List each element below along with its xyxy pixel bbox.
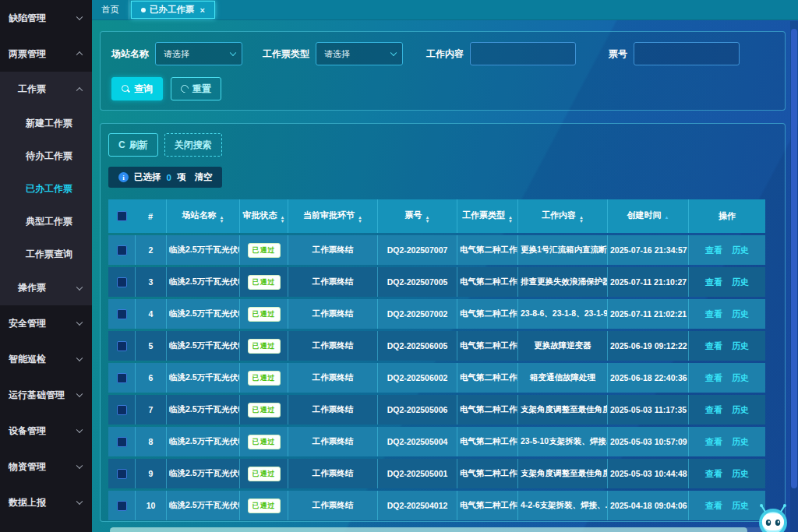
view-link[interactable]: 查看: [705, 309, 722, 319]
row-checkbox[interactable]: [117, 309, 127, 319]
close-search-button[interactable]: 关闭搜索: [164, 133, 222, 157]
row-checkbox[interactable]: [117, 245, 127, 255]
select-all-header: [108, 199, 135, 233]
row-checkbox[interactable]: [117, 437, 127, 447]
history-link[interactable]: 历史: [732, 501, 749, 510]
column-header[interactable]: 创建时间▲▼: [607, 199, 688, 233]
ticket-type-select[interactable]: 请选择: [316, 42, 403, 65]
refresh-button[interactable]: C 刷新: [108, 133, 158, 157]
column-header[interactable]: 场站名称▲▼: [166, 199, 239, 233]
history-link[interactable]: 历史: [732, 373, 749, 382]
sidebar-item[interactable]: 新建工作票: [0, 107, 92, 139]
sidebar-item-label: 典型工作票: [26, 215, 72, 228]
select-all-checkbox[interactable]: [117, 211, 127, 221]
status-cell: 已通过: [239, 395, 288, 425]
sort-arrows-icon[interactable]: ▲▼: [220, 216, 224, 224]
column-header[interactable]: 工作内容▲▼: [517, 199, 607, 233]
station-select-value: 请选择: [164, 48, 189, 60]
sidebar-item[interactable]: 操作票: [0, 270, 92, 305]
sidebar-item-label: 安全管理: [9, 317, 46, 330]
sort-arrows-icon[interactable]: ▲▼: [508, 216, 513, 224]
column-header[interactable]: #▲▼: [135, 199, 166, 233]
status-badge: 已通过: [248, 499, 281, 513]
tab-home-label: 首页: [101, 4, 119, 16]
history-link[interactable]: 历史: [732, 309, 749, 319]
view-link[interactable]: 查看: [705, 501, 722, 510]
column-header[interactable]: 票号▲▼: [377, 199, 457, 233]
view-link[interactable]: 查看: [705, 405, 722, 414]
ticket-no-cell: DQ2-202505001: [377, 459, 457, 488]
history-link[interactable]: 历史: [732, 469, 749, 478]
assistant-robot-button[interactable]: [754, 502, 792, 532]
column-header[interactable]: 操作▲▼: [688, 199, 765, 233]
row-checkbox[interactable]: [117, 405, 127, 415]
index-cell: 4: [135, 299, 166, 329]
view-link[interactable]: 查看: [705, 469, 722, 478]
row-checkbox[interactable]: [117, 277, 127, 287]
sidebar-item[interactable]: 典型工作票: [0, 205, 92, 238]
history-link[interactable]: 历史: [732, 245, 749, 255]
view-link[interactable]: 查看: [705, 437, 722, 446]
horizontal-scrollbar[interactable]: [110, 527, 774, 532]
reset-button[interactable]: 重置: [171, 77, 221, 100]
sidebar-item[interactable]: 工作票查询: [0, 238, 92, 270]
sidebar-item[interactable]: 设备管理: [0, 413, 92, 449]
history-link[interactable]: 历史: [732, 437, 749, 446]
ticket-no-input[interactable]: [634, 42, 740, 65]
sidebar-item[interactable]: 数据上报: [0, 484, 92, 520]
ticket-type-label: 工作票类型: [263, 48, 309, 61]
checkbox-cell: [108, 267, 135, 297]
column-header[interactable]: 当前审批环节▲▼: [288, 199, 377, 233]
sidebar-item[interactable]: 待办工作票: [0, 139, 92, 172]
tab-done-worktickets[interactable]: 已办工作票 ×: [131, 1, 215, 19]
sidebar-item[interactable]: 物资管理: [0, 449, 92, 484]
work-content-input[interactable]: [470, 42, 576, 65]
tab-close-icon[interactable]: ×: [200, 5, 205, 15]
selection-prefix: 已选择: [134, 171, 161, 183]
sort-arrows-icon[interactable]: ▲▼: [579, 216, 584, 224]
station-cell: 临洮2.5万千瓦光伏电..: [166, 235, 239, 265]
created-time-cell: 2025-04-18 09:04:06: [607, 491, 688, 520]
sidebar-item[interactable]: 两票管理: [0, 36, 92, 72]
tab-label: 已办工作票: [150, 4, 195, 16]
sidebar-item[interactable]: 运行基础管理: [0, 377, 92, 413]
sidebar-item[interactable]: 智能巡检: [0, 341, 92, 377]
sort-arrows-icon[interactable]: ▲▼: [665, 216, 669, 224]
station-select[interactable]: 请选择: [155, 42, 242, 65]
table-row: 6 临洮2.5万千瓦光伏电.. 已通过 工作票终结 DQ2-202506002 …: [108, 363, 765, 393]
row-checkbox[interactable]: [117, 501, 127, 511]
sidebar-item[interactable]: 安全管理: [0, 305, 92, 341]
row-checkbox[interactable]: [117, 341, 127, 351]
column-header-label: 当前审批环节: [303, 210, 355, 220]
sidebar-item[interactable]: 工作票: [0, 72, 92, 107]
history-link[interactable]: 历史: [732, 277, 749, 287]
row-checkbox[interactable]: [117, 469, 127, 479]
view-link[interactable]: 查看: [705, 373, 722, 382]
column-header[interactable]: 审批状态▲▼: [239, 199, 288, 233]
column-header[interactable]: 工作票类型▲▼: [457, 199, 517, 233]
sort-arrows-icon[interactable]: ▲▼: [281, 216, 285, 224]
selection-unit: 项: [177, 171, 186, 183]
sort-arrows-icon[interactable]: ▲▼: [358, 216, 362, 224]
view-link[interactable]: 查看: [705, 341, 722, 351]
history-link[interactable]: 历史: [732, 341, 749, 351]
ticket-no-cell: DQ2-202505006: [377, 395, 457, 425]
query-button[interactable]: 查询: [111, 77, 163, 100]
horizontal-scrollbar-thumb[interactable]: [110, 527, 747, 532]
created-time-cell: 2025-05-03 11:17:35: [607, 395, 688, 425]
ticket-no-cell: DQ2-202507002: [377, 299, 457, 329]
work-content-cell: 支架角度调整至最佳角度: [517, 459, 607, 488]
sidebar-item[interactable]: 已办工作票: [0, 172, 92, 205]
sidebar-item[interactable]: 缺陷管理: [0, 0, 92, 36]
view-link[interactable]: 查看: [705, 277, 722, 287]
clear-selection-link[interactable]: 清空: [194, 171, 212, 183]
sort-arrows-icon[interactable]: ▲▼: [425, 216, 430, 224]
column-header-label: 场站名称: [182, 210, 217, 220]
search-fields-row: 场站名称 请选择 工作票类型 请选择 工作内: [111, 42, 774, 65]
view-link[interactable]: 查看: [705, 245, 722, 255]
work-content-field: 工作内容: [426, 42, 576, 65]
history-link[interactable]: 历史: [732, 405, 749, 414]
chevron-icon: [76, 319, 83, 326]
tab-home[interactable]: 首页: [92, 0, 129, 19]
row-checkbox[interactable]: [117, 373, 127, 383]
